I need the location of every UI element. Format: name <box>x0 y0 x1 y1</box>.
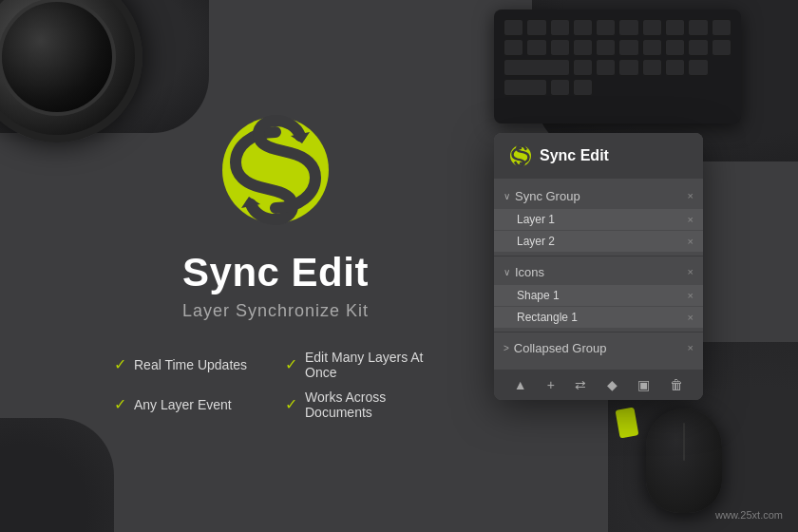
feature-item-real-time: ✓ Real Time Updates <box>114 350 266 380</box>
chevron-right-icon: > <box>504 343 509 353</box>
app-title: Sync Edit <box>182 250 369 295</box>
panel-title: Sync Edit <box>540 147 609 164</box>
feature-text-works-across: Works Across Documents <box>305 390 437 420</box>
layer-name-layer2: Layer 2 <box>517 235 555 248</box>
ui-panel: Sync Edit ∨ Sync Group × Layer 1 × L <box>494 133 703 400</box>
sync-group-close-icon[interactable]: × <box>688 190 694 201</box>
chevron-down-icon: ∨ <box>504 191 510 201</box>
check-icon: ✓ <box>285 355 297 373</box>
icons-group-name: Icons <box>515 265 544 279</box>
fill-icon[interactable]: ◆ <box>607 377 618 392</box>
left-panel: Sync Edit Layer Synchronize Kit ✓ Real T… <box>114 113 437 420</box>
layer-item-layer1[interactable]: Layer 1 × <box>494 209 703 230</box>
transfer-icon[interactable]: ⇄ <box>575 377 586 392</box>
right-panel: Sync Edit ∨ Sync Group × Layer 1 × L <box>494 133 703 400</box>
layer-item-shape1[interactable]: Shape 1 × <box>494 285 703 306</box>
panel-logo <box>509 144 532 167</box>
collapsed-group-name: Collapsed Group <box>514 341 607 355</box>
layer-close-icon[interactable]: × <box>688 312 694 323</box>
feature-text-real-time: Real Time Updates <box>134 357 247 372</box>
watermark: www.25xt.com <box>715 509 783 521</box>
collapsed-group-header[interactable]: > Collapsed Group × <box>494 336 703 360</box>
move-up-icon[interactable]: ▲ <box>514 377 527 392</box>
feature-text-edit-layers: Edit Many Layers At Once <box>305 350 437 380</box>
logo-container <box>218 113 332 231</box>
icons-group-header[interactable]: ∨ Icons × <box>494 260 703 284</box>
feature-item-works-across: ✓ Works Across Documents <box>285 390 437 420</box>
sync-group-header[interactable]: ∨ Sync Group × <box>494 184 703 208</box>
panel-body: ∨ Sync Group × Layer 1 × Layer 2 × <box>494 179 703 366</box>
layer-close-icon[interactable]: × <box>688 236 694 247</box>
check-icon: ✓ <box>285 395 297 413</box>
layer-name-layer1: Layer 1 <box>517 213 555 226</box>
sync-group-left: ∨ Sync Group <box>504 189 580 203</box>
collapsed-group-close-icon[interactable]: × <box>688 342 694 353</box>
layer-name-rect1: Rectangle 1 <box>517 311 578 324</box>
panel-footer: ▲ + ⇄ ◆ ▣ 🗑 <box>494 370 703 400</box>
feature-item-edit-layers: ✓ Edit Many Layers At Once <box>285 350 437 380</box>
panel-header: Sync Edit <box>494 133 703 179</box>
sync-group-name: Sync Group <box>515 189 580 203</box>
divider <box>494 256 703 256</box>
layer-name-shape1: Shape 1 <box>517 289 560 302</box>
check-icon: ✓ <box>114 355 126 373</box>
layer-item-rect1[interactable]: Rectangle 1 × <box>494 307 703 328</box>
layer-close-icon[interactable]: × <box>688 214 694 225</box>
layer-close-icon[interactable]: × <box>688 290 694 301</box>
check-icon: ✓ <box>114 395 126 413</box>
delete-icon[interactable]: 🗑 <box>670 377 683 392</box>
feature-text-any-layer: Any Layer Event <box>134 397 232 412</box>
app-logo <box>218 113 332 227</box>
folder-icon[interactable]: ▣ <box>637 377 650 392</box>
features-grid: ✓ Real Time Updates ✓ Edit Many Layers A… <box>114 350 437 420</box>
icons-group-left: ∨ Icons <box>504 265 544 279</box>
chevron-down-icon: ∨ <box>504 267 510 277</box>
icons-group-close-icon[interactable]: × <box>688 266 694 277</box>
divider <box>494 332 703 332</box>
collapsed-group-left: > Collapsed Group <box>504 341 606 355</box>
feature-item-any-layer: ✓ Any Layer Event <box>114 390 266 420</box>
app-subtitle: Layer Synchronize Kit <box>182 301 369 321</box>
add-icon[interactable]: + <box>547 377 555 392</box>
main-content: Sync Edit Layer Synchronize Kit ✓ Real T… <box>0 0 798 532</box>
layer-item-layer2[interactable]: Layer 2 × <box>494 231 703 252</box>
